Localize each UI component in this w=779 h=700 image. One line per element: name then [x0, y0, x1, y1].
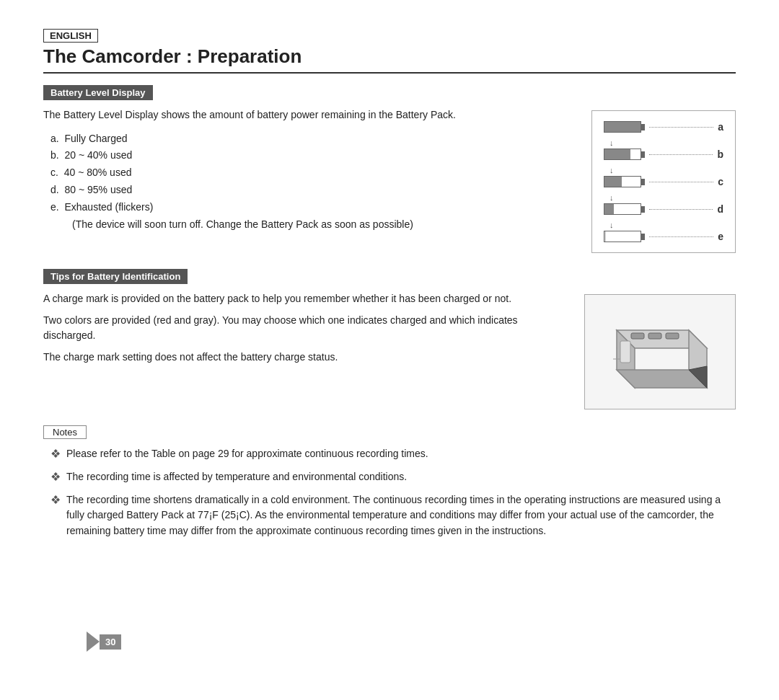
- battery-tips-header: Tips for Battery Identification: [43, 269, 188, 284]
- battery-row-b: b: [604, 149, 723, 160]
- tips-para-1: A charge mark is provided on the battery…: [43, 291, 570, 307]
- battery-row-e: e: [604, 231, 723, 242]
- page-number-triangle: [87, 632, 100, 652]
- battery-row-d: d: [604, 203, 723, 215]
- page-title: The Camcorder : Preparation: [43, 45, 736, 74]
- list-item-d: d. 80 ~ 95% used: [50, 182, 577, 199]
- battery-diagram: a ↓ b ↓: [591, 110, 736, 253]
- list-item-c: c. 40 ~ 80% used: [50, 164, 577, 182]
- battery-pack-illustration: [584, 294, 736, 409]
- svg-rect-6: [666, 333, 679, 339]
- page-number-container: 30: [87, 632, 121, 652]
- battery-tips-section: Tips for Battery Identification A charge…: [43, 269, 736, 409]
- battery-row-a: a: [604, 121, 723, 133]
- list-item-e-note: (The device will soon turn off. Change t…: [72, 216, 577, 234]
- battery-row-c: c: [604, 176, 723, 187]
- list-item-b: b. 20 ~ 40% used: [50, 147, 577, 164]
- notes-item-2: ❖ The recording time is affected by temp…: [50, 469, 736, 487]
- notes-list: ❖ Please refer to the Table on page 29 f…: [50, 446, 736, 539]
- notes-item-3: ❖ The recording time shortens dramatical…: [50, 492, 736, 539]
- battery-level-list: a. Fully Charged b. 20 ~ 40% used c. 40 …: [50, 130, 577, 234]
- arrow-d: ↓: [604, 221, 723, 229]
- battery-level-intro: The Battery Level Display shows the amou…: [43, 107, 577, 123]
- list-item-a: a. Fully Charged: [50, 130, 577, 148]
- english-tag: ENGLISH: [43, 29, 98, 43]
- bullet-1: ❖: [50, 446, 61, 464]
- notes-item-1: ❖ Please refer to the Table on page 29 f…: [50, 446, 736, 464]
- notes-section: Notes ❖ Please refer to the Table on pag…: [43, 425, 736, 539]
- arrow-b: ↓: [604, 166, 723, 174]
- notes-label: Notes: [43, 425, 87, 439]
- page-number: 30: [100, 634, 121, 650]
- battery-level-header: Battery Level Display: [43, 85, 153, 100]
- arrow-c: ↓: [604, 193, 723, 202]
- svg-rect-5: [648, 333, 661, 339]
- svg-rect-4: [631, 333, 644, 339]
- list-item-e: e. Exhausted (flickers): [50, 199, 577, 216]
- tips-para-2: Two colors are provided (red and gray). …: [43, 313, 570, 344]
- svg-rect-7: [620, 341, 630, 363]
- bullet-3: ❖: [50, 492, 61, 510]
- battery-level-section: Battery Level Display The Battery Level …: [43, 85, 736, 253]
- bullet-2: ❖: [50, 469, 61, 487]
- arrow-a: ↓: [604, 138, 723, 147]
- tips-para-3: The charge mark setting does not affect …: [43, 350, 570, 365]
